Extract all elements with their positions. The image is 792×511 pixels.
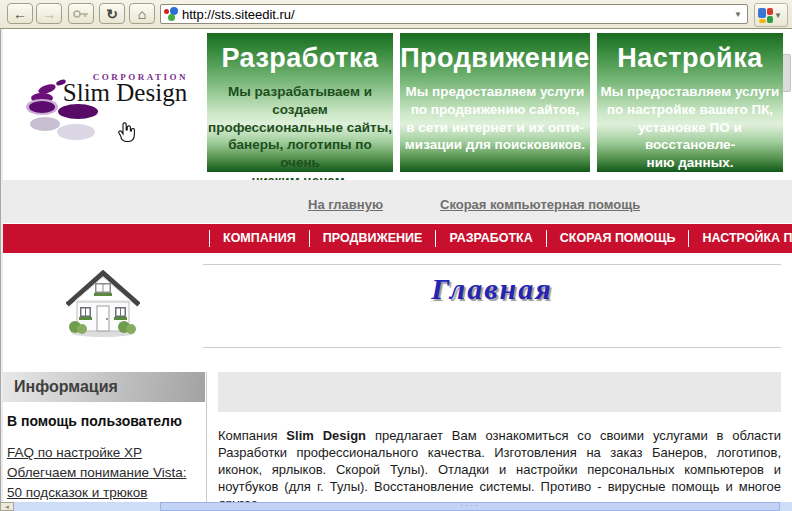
back-icon: ← [13, 6, 27, 22]
scroll-left-icon: ◄ [4, 504, 10, 510]
service-box-nastroika[interactable]: Настройка Мы предоставляем услуги по нас… [597, 33, 783, 172]
menu-item-skoraya-pomosch[interactable]: СКОРАЯ ПОМОЩЬ [546, 230, 689, 247]
menu-item-prodvizhenie[interactable]: ПРОДВИЖЕНИЕ [309, 230, 436, 247]
sidebar-header-label: Информация [14, 378, 118, 396]
reload-button[interactable]: ↻ [99, 3, 125, 24]
logo-ellipse [57, 124, 95, 140]
key-button[interactable] [68, 3, 94, 24]
sidebar-header: Информация [3, 372, 205, 402]
browser-window: ← → ↻ ⌂ ▼ ▼ [0, 0, 792, 511]
address-bar[interactable]: ▼ [160, 4, 748, 24]
sidebar-subheader: В помощь пользователю [7, 413, 182, 429]
service-title: Разработка [207, 43, 393, 74]
site-logo[interactable]: CORPORATION Slim Design [3, 29, 205, 180]
sidebar-link-faq-xp[interactable]: FAQ по настройке XP [7, 443, 203, 463]
horizontal-scrollbar-thumb[interactable]: ···· [160, 502, 780, 511]
key-icon [73, 9, 89, 19]
scrollbar-grip-icon: ···· [460, 503, 480, 508]
menu-item-razrabotka[interactable]: РАЗРАБОТКА [435, 230, 545, 247]
site-favicon-icon [164, 7, 180, 21]
browser-toolbar: ← → ↻ ⌂ ▼ ▼ [0, 0, 792, 29]
house-image [66, 270, 140, 338]
top-links-strip: На главную Скорая компьютерная помощь [3, 180, 792, 223]
page-title: Главная [203, 272, 781, 306]
address-dropdown-icon[interactable]: ▼ [729, 10, 747, 19]
back-button[interactable]: ← [7, 3, 33, 24]
intro-paragraph: Компания Slim Design предлагает Вам озна… [218, 427, 781, 511]
logo-ellipse [29, 101, 55, 113]
scroll-left-button[interactable]: ◄ [0, 502, 14, 511]
sidebar-link-vista-tips[interactable]: Облегчаем понимание Vista: 50 подсказок … [7, 463, 203, 503]
forward-icon: → [42, 6, 56, 22]
horizontal-scrollbar[interactable]: ◄ ···· [0, 502, 792, 511]
browser-extension-button[interactable]: ▼ [754, 3, 788, 27]
service-description: Мы предоставляем услуги по настройке ваш… [597, 83, 783, 172]
home-button[interactable]: ⌂ [129, 3, 155, 24]
link-home[interactable]: На главную [308, 197, 383, 212]
service-box-razrabotka[interactable]: Разработка Мы разрабатываем и создаем пр… [207, 33, 393, 172]
service-description: Мы разрабатываем и создаем профессиональ… [207, 83, 393, 190]
service-title: Настройка [597, 43, 783, 74]
forward-button[interactable]: → [36, 3, 62, 24]
vertical-scrollbar-thumb[interactable] [782, 54, 791, 92]
divider [203, 347, 781, 348]
menu-item-kompaniya[interactable]: КОМПАНИЯ [209, 230, 309, 247]
paragraph-prefix: Компания [218, 428, 286, 443]
cursor-icon [116, 120, 136, 144]
service-box-prodvizhenie[interactable]: Продвижение Мы предоставляем услуги по п… [400, 33, 590, 172]
home-icon: ⌂ [138, 6, 146, 22]
content-placeholder-block [218, 372, 781, 412]
extension-icon [758, 8, 769, 23]
service-description: Мы предоставляем услуги по продвижению с… [400, 83, 590, 154]
reload-icon: ↻ [106, 6, 118, 22]
sidebar-links: FAQ по настройке XP Облегчаем понимание … [7, 443, 203, 503]
logo-name-text: Slim Design [60, 79, 190, 107]
service-title: Продвижение [400, 43, 590, 74]
sidebar-divider [206, 372, 207, 502]
logo-ellipse [30, 117, 60, 131]
logo-ellipse [58, 104, 98, 119]
address-bar-input[interactable] [180, 7, 729, 22]
divider [203, 264, 781, 265]
link-computer-help[interactable]: Скорая компьютерная помощь [440, 197, 640, 212]
main-menu: КОМПАНИЯ ПРОДВИЖЕНИЕ РАЗРАБОТКА СКОРАЯ П… [3, 224, 792, 253]
brand-name: Slim Design [286, 428, 366, 443]
menu-item-nastroika-pk[interactable]: НАСТРОЙКА ПК [688, 230, 792, 247]
